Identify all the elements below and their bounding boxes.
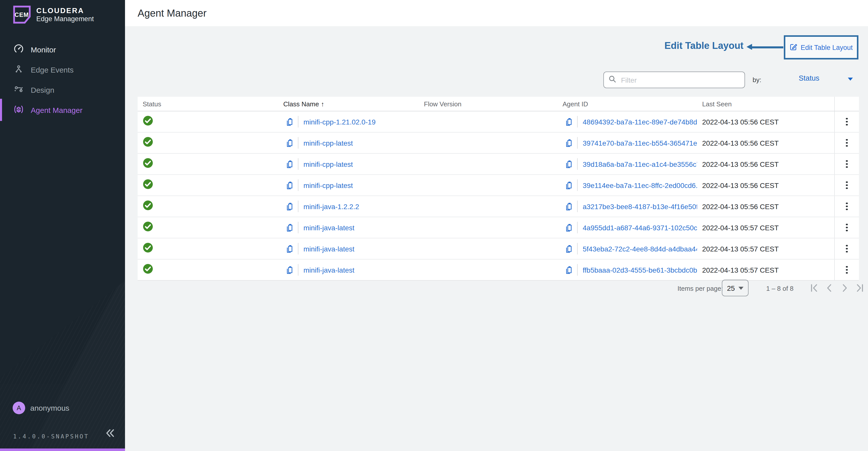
page-title: Agent Manager	[137, 0, 207, 26]
cem-app: CEM CLOUDERA Edge Management Monitor	[0, 0, 868, 451]
copy-icon[interactable]	[285, 160, 293, 168]
filter-by-selected-value: Status	[779, 74, 839, 82]
agent-id-link[interactable]: 39741e70-ba7a-11ec-b554-365471e...	[583, 139, 697, 147]
class-name-cell: minifi-java-1.2.2.2	[280, 200, 419, 212]
page-size-select[interactable]: 25	[722, 280, 748, 296]
class-name-link[interactable]: minifi-cpp-latest	[304, 181, 353, 189]
sidebar-item-label: Agent Manager	[31, 105, 83, 114]
class-name-link[interactable]: minifi-cpp-latest	[304, 139, 353, 147]
sidebar-item-agent-manager[interactable]: Agent Manager	[0, 100, 125, 120]
copy-icon[interactable]	[564, 181, 572, 190]
class-name-link[interactable]: minifi-java-latest	[304, 224, 354, 231]
agents-table: Status Class Name↑ Flow Version Agent ID…	[137, 97, 859, 281]
copy-icon[interactable]	[285, 117, 293, 126]
sidebar-item-edge-events[interactable]: Edge Events	[0, 60, 125, 79]
last-seen-cell: 2022-04-13 05:57 CEST	[697, 266, 834, 274]
copy-icon[interactable]	[564, 117, 572, 126]
filter-input[interactable]	[620, 75, 744, 85]
copy-icon[interactable]	[564, 265, 572, 275]
column-header-status[interactable]: Status	[137, 100, 280, 107]
search-icon	[609, 75, 617, 85]
sidebar-item-monitor[interactable]: Monitor	[0, 39, 125, 60]
column-header-class-name[interactable]: Class Name↑	[280, 100, 419, 107]
avatar: A	[12, 401, 25, 414]
row-actions-cell	[834, 154, 859, 174]
agent-id-link[interactable]: 5f43eba2-72c2-4ee8-8d4d-a4dbaa44...	[583, 245, 697, 253]
sidebar-item-label: Design	[31, 86, 54, 94]
kebab-menu-icon[interactable]	[844, 222, 850, 233]
first-page-icon[interactable]	[809, 283, 819, 293]
agent-id-link[interactable]: ffb5baaa-02d3-4555-be61-3bcbdc0bf...	[583, 266, 697, 274]
divider	[298, 180, 299, 191]
column-header-agent-id[interactable]: Agent ID	[559, 100, 697, 107]
sidebar-item-label: Edge Events	[31, 65, 73, 74]
last-seen-cell: 2022-04-13 05:57 CEST	[697, 245, 834, 253]
sidebar-item-label: Monitor	[31, 45, 56, 54]
divider	[298, 264, 299, 276]
copy-icon[interactable]	[285, 202, 293, 211]
previous-page-icon[interactable]	[825, 283, 834, 293]
agent-id-link[interactable]: 39d18a6a-ba7a-11ec-a1c4-be3556c7...	[583, 160, 697, 168]
class-name-cell: minifi-cpp-latest	[280, 137, 419, 149]
kebab-menu-icon[interactable]	[844, 180, 850, 191]
class-name-link[interactable]: minifi-java-latest	[304, 266, 354, 274]
divider	[577, 158, 578, 170]
copy-icon[interactable]	[564, 138, 572, 148]
kebab-menu-icon[interactable]	[844, 116, 850, 128]
agent-id-link[interactable]: 4a955dd1-a687-44a6-9371-102c50c...	[583, 224, 697, 231]
copy-icon[interactable]	[564, 244, 572, 253]
kebab-menu-icon[interactable]	[844, 243, 850, 255]
class-name-link[interactable]: minifi-java-1.2.2.2	[304, 202, 359, 211]
agent-id-cell: 39741e70-ba7a-11ec-b554-365471e...	[559, 137, 697, 149]
column-header-flow-version[interactable]: Flow Version	[419, 100, 559, 107]
agent-id-link[interactable]: 48694392-ba7a-11ec-89e7-de74b8d...	[583, 118, 697, 126]
agent-id-cell: 39e114ee-ba7a-11ec-8ffc-2ed00cd6...	[559, 180, 697, 191]
status-cell	[137, 179, 280, 192]
kebab-menu-icon[interactable]	[844, 200, 850, 213]
copy-icon[interactable]	[285, 244, 293, 253]
edit-table-layout-button[interactable]: Edit Table Layout	[786, 42, 856, 53]
status-cell	[137, 200, 280, 213]
copy-icon[interactable]	[564, 202, 572, 211]
copy-icon[interactable]	[285, 181, 293, 190]
last-seen-cell: 2022-04-13 05:56 CEST	[697, 181, 834, 189]
copy-icon[interactable]	[285, 265, 293, 275]
last-page-icon[interactable]	[855, 283, 865, 293]
copy-icon[interactable]	[285, 138, 293, 148]
gauge-icon	[13, 43, 24, 55]
divider	[577, 243, 578, 255]
status-cell	[137, 136, 280, 149]
annotation-label: Edit Table Layout	[664, 40, 744, 52]
copy-icon[interactable]	[564, 223, 572, 232]
table-row: minifi-cpp-latest 39741e70-ba7a-11ec-b55…	[137, 132, 859, 154]
divider	[577, 116, 578, 128]
last-seen-cell: 2022-04-13 05:56 CEST	[697, 139, 834, 147]
row-actions-cell	[834, 111, 859, 132]
annotation-highlight-box: Edit Table Layout	[784, 35, 859, 60]
class-name-cell: minifi-cpp-latest	[280, 158, 419, 170]
column-header-actions	[834, 97, 859, 111]
kebab-menu-icon[interactable]	[844, 137, 850, 149]
last-seen-cell: 2022-04-13 05:57 CEST	[697, 224, 834, 231]
double-chevron-left-icon	[105, 430, 115, 439]
column-header-last-seen[interactable]: Last Seen	[697, 100, 834, 107]
class-name-link[interactable]: minifi-java-latest	[304, 245, 354, 253]
agent-id-link[interactable]: 39e114ee-ba7a-11ec-8ffc-2ed00cd6...	[583, 181, 697, 189]
last-seen-cell: 2022-04-13 05:56 CEST	[697, 202, 834, 211]
row-actions-cell	[834, 259, 859, 280]
copy-icon[interactable]	[285, 223, 293, 232]
next-page-icon[interactable]	[840, 283, 849, 293]
kebab-menu-icon[interactable]	[844, 264, 850, 276]
pagination-controls	[809, 283, 865, 293]
filter-by-select[interactable]: Status	[779, 74, 860, 86]
copy-icon[interactable]	[564, 160, 572, 168]
kebab-menu-icon[interactable]	[844, 158, 850, 170]
sidebar-item-design[interactable]: Design	[0, 79, 125, 100]
user-menu[interactable]: A anonymous	[12, 401, 69, 414]
filter-by-label: by:	[752, 76, 762, 84]
class-name-link[interactable]: minifi-cpp-latest	[304, 160, 353, 168]
class-name-link[interactable]: minifi-cpp-1.21.02.0-19	[304, 118, 375, 126]
agent-id-link[interactable]: a3217be3-bee8-4187-b13e-4f16e50f...	[583, 202, 697, 211]
sidebar-collapse-button[interactable]	[105, 429, 115, 438]
top-header	[125, 0, 868, 26]
